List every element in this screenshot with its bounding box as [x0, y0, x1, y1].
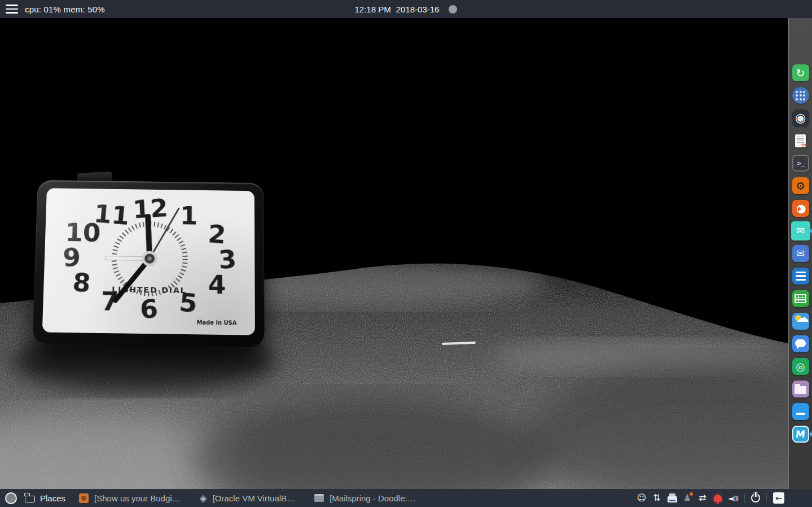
bars-icon: [796, 272, 806, 281]
hamburger-menu-icon[interactable]: [6, 5, 18, 14]
places-menu-button[interactable]: Places: [25, 493, 65, 503]
speaker-icon: ◄))): [728, 493, 738, 503]
terminal-icon: >_: [796, 160, 805, 167]
clock-number: 2: [207, 219, 227, 250]
display-icon: [794, 407, 807, 417]
file-manager-dock-icon[interactable]: [789, 381, 812, 397]
pulse-icon: M: [795, 429, 806, 440]
time-label: 12:18 PM: [355, 5, 391, 14]
bottom-taskbar: Places [Show us your Budgi…◈[Oracle VM V…: [0, 489, 812, 507]
notifications-tray-icon[interactable]: [713, 492, 723, 504]
clock-number: 4: [208, 270, 226, 300]
weather-app-dock-icon[interactable]: ☁: [789, 313, 812, 330]
clock-number: 11: [93, 199, 130, 231]
printer-queue-tray-icon[interactable]: [667, 492, 677, 504]
running-indicator: [810, 230, 812, 233]
task-window-button-2[interactable]: [Mailspring · Doodle:…: [314, 493, 416, 503]
messenger-notify-tray-icon[interactable]: ♟: [682, 492, 692, 504]
grid-icon: [796, 91, 805, 100]
signal-messenger-dock-icon[interactable]: [789, 335, 812, 352]
reel-icon: ◉: [795, 112, 806, 124]
workspace-indicator[interactable]: [5, 492, 17, 504]
terminal-dock-icon[interactable]: >_: [789, 155, 812, 172]
green-browser-dock-icon[interactable]: ◎: [789, 358, 812, 375]
running-indicator: [810, 433, 812, 436]
clock-number: 1: [180, 202, 198, 231]
document-cutter-dock-icon[interactable]: ✂: [789, 132, 812, 149]
weather-icon: ☁: [794, 317, 807, 326]
system-monitor-dock-icon[interactable]: M: [789, 426, 812, 443]
envelope-icon: ✉: [796, 248, 805, 259]
status-dot-icon[interactable]: [449, 5, 457, 14]
doc-scissors-icon: ✂: [795, 134, 806, 147]
desktop[interactable]: 121234567891011 LIGHTED DIAL Made in USA: [0, 18, 788, 489]
vbox-icon: ◈: [200, 493, 207, 503]
envelope-icon: ✉: [796, 226, 805, 236]
robot-icon: ♟: [682, 493, 692, 503]
tray-separator: [744, 493, 745, 502]
mail-client-dock-icon[interactable]: ✉: [789, 245, 812, 262]
clock-widget[interactable]: 12:18 PM 2018-03-16: [355, 5, 440, 14]
smiley-icon: ☺: [637, 493, 647, 502]
sync-icon: ↻: [796, 68, 805, 78]
top-panel: cpu: 01% mem: 50% 12:18 PM 2018-03-16: [0, 0, 812, 18]
spreadsheet-dock-icon[interactable]: [789, 290, 812, 307]
power-button[interactable]: [751, 493, 760, 502]
word-processor-dock-icon[interactable]: [789, 268, 812, 285]
site-orange-icon: [79, 493, 89, 503]
tray-expand-button[interactable]: ←: [773, 492, 784, 504]
chat-status-tray-icon[interactable]: ☺: [637, 492, 647, 504]
gear-icon: ⚙: [796, 181, 805, 191]
window-title: [Oracle VM VirtualB…: [213, 493, 295, 503]
fox-icon: ◕: [793, 201, 807, 216]
clock-number: 7: [100, 287, 119, 317]
clock-number: 12: [132, 194, 169, 224]
clock-number: 8: [71, 268, 92, 299]
date-label: 2018-03-16: [396, 5, 440, 14]
folder-icon: [25, 496, 35, 502]
media-player-dock-icon[interactable]: ◉: [789, 110, 812, 126]
task-window-button-0[interactable]: [Show us your Budgi…: [79, 493, 181, 503]
wallpaper-alarm-clock: 121234567891011 LIGHTED DIAL Made in USA: [32, 180, 265, 347]
task-window-button-1[interactable]: ◈[Oracle VM VirtualB…: [200, 493, 296, 503]
dock-panel: ↻◉✂>_⚙◕✉✉☁◎M: [788, 18, 812, 489]
window-title: [Show us your Budgi…: [94, 493, 181, 503]
clock-hands: [104, 207, 180, 305]
ring-icon: ◎: [796, 361, 805, 372]
clock-number: 10: [65, 218, 101, 247]
firefox-dock-icon[interactable]: ◕: [789, 200, 812, 217]
display-settings-dock-icon[interactable]: [789, 403, 812, 420]
window-title: [Mailspring · Doodle:…: [330, 493, 416, 503]
clock-number: 3: [218, 244, 238, 275]
clock-number: 9: [62, 242, 81, 273]
clock-number: 5: [178, 287, 199, 318]
volume-tray-icon[interactable]: ◄))): [728, 492, 738, 504]
mailspring-dock-icon[interactable]: ✉: [789, 222, 812, 239]
clock-made-in-text: Made in USA: [197, 319, 237, 326]
table-icon: [795, 294, 806, 303]
tray-separator: [766, 493, 767, 502]
bell-icon: [714, 495, 722, 502]
network-sync-tray-icon[interactable]: ⇄: [697, 492, 708, 504]
arrows-icon: ⇄: [699, 493, 706, 502]
software-updater-dock-icon[interactable]: ↻: [789, 64, 812, 81]
clock-number: 6: [139, 294, 159, 325]
bubble-icon: [795, 339, 806, 347]
win-gray-icon: [314, 494, 324, 502]
app-launcher-dock-icon[interactable]: [789, 87, 812, 104]
clock-dial-text: LIGHTED DIAL: [112, 285, 186, 295]
printer-icon: [668, 496, 677, 502]
software-updates-tray-icon[interactable]: ⇅: [652, 492, 662, 504]
cpu-mem-label: cpu: 01% mem: 50%: [25, 5, 105, 14]
places-label: Places: [40, 493, 65, 503]
updates-icon: ⇅: [653, 493, 660, 502]
folder-icon: [795, 386, 806, 394]
clock-face: 121234567891011 LIGHTED DIAL Made in USA: [42, 188, 255, 335]
orange-utility-dock-icon[interactable]: ⚙: [789, 177, 812, 194]
